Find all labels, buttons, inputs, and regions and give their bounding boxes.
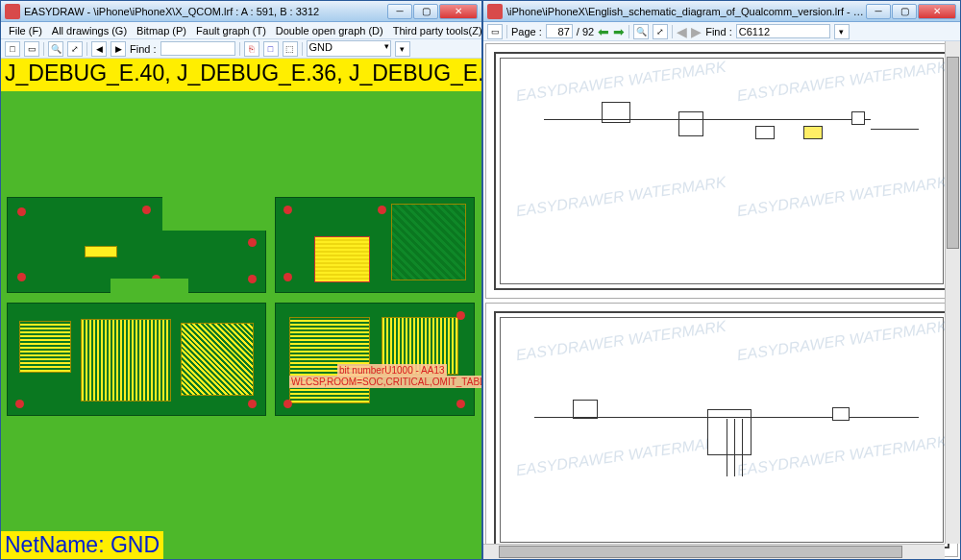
pcb-viewport[interactable]: bit numberU1000 - AA13 WLCSP,ROOM=SOC,CR… — [1, 91, 481, 559]
tool-nav-left-icon[interactable]: ◀ — [91, 41, 107, 57]
menu-file[interactable]: File (F) — [5, 24, 46, 37]
left-toolbar: □ ▭ 🔍 ⤢ ◀ ▶ Find : ⎘ □ ⬚ GND ▾ — [1, 39, 481, 59]
tool-open-icon[interactable]: ▭ — [487, 24, 503, 39]
find-input[interactable] — [160, 41, 235, 56]
window-controls: ─ ▢ ✕ — [386, 4, 478, 19]
separator — [628, 25, 629, 38]
net-combo[interactable]: GND — [307, 40, 391, 57]
page-prev-icon[interactable]: ⬅ — [598, 24, 609, 39]
tool-open-icon[interactable]: ▭ — [24, 41, 39, 57]
page-next-icon[interactable]: ➡ — [613, 24, 625, 39]
tool-b-icon[interactable]: ⎘ — [244, 41, 259, 57]
find-input[interactable] — [736, 24, 830, 38]
menu-alldrawings[interactable]: All drawings (G) — [48, 24, 131, 37]
page-input[interactable] — [546, 24, 573, 38]
tool-a-icon[interactable]: □ — [263, 41, 279, 57]
tool-marker-icon[interactable]: ⬚ — [283, 41, 298, 57]
close-button[interactable]: ✕ — [918, 4, 956, 19]
pcb-board — [275, 197, 475, 293]
separator — [239, 42, 240, 56]
history-back-icon[interactable]: ◀ — [677, 24, 687, 39]
left-window: EASYDRAW - \iPhone\iPhoneX\X_QCOM.lrf : … — [0, 0, 482, 560]
right-toolbar: ▭ Page : / 92 ⬅ ➡ 🔍 ⤢ ◀ ▶ Find : ▾ — [483, 22, 960, 41]
menu-thirdparty[interactable]: Third party tools(Z) — [389, 24, 486, 37]
pcb-board — [7, 197, 266, 293]
right-content: EASYDRAWER WATERMARK EASYDRAWER WATERMAR… — [483, 41, 960, 559]
find-label: Find : — [130, 43, 157, 55]
pcb-board — [275, 303, 475, 416]
separator — [672, 25, 673, 38]
close-button[interactable]: ✕ — [439, 4, 478, 19]
tool-zoom-icon[interactable]: 🔍 — [633, 24, 649, 39]
tool-resize-icon[interactable]: ⤢ — [67, 41, 83, 57]
menu-doubleopen[interactable]: Double open graph (D) — [272, 24, 387, 37]
scrollbar-vertical[interactable] — [945, 41, 960, 544]
schematic-frame — [494, 52, 949, 290]
debug-net-bar: J_DEBUG_E.40, J_DEBUG_E.36, J_DEBUG_E.28… — [1, 59, 481, 91]
tool-dropdown-icon[interactable]: ▾ — [834, 24, 850, 39]
menu-faultgraph[interactable]: Fault graph (T) — [192, 24, 270, 37]
schematic-page-top[interactable]: EASYDRAWER WATERMARK EASYDRAWER WATERMAR… — [485, 43, 958, 299]
tool-new-icon[interactable]: □ — [5, 41, 20, 57]
right-titlebar[interactable]: \iPhone\iPhoneX\English_schematic_diagra… — [483, 1, 960, 22]
separator — [302, 42, 303, 56]
right-window-title: \iPhone\iPhoneX\English_schematic_diagra… — [506, 6, 865, 17]
separator — [43, 42, 44, 56]
window-controls: ─ ▢ ✕ — [865, 4, 956, 19]
right-window: \iPhone\iPhoneX\English_schematic_diagra… — [482, 0, 961, 560]
page-label: Page : — [511, 26, 542, 37]
maximize-button[interactable]: ▢ — [892, 4, 917, 19]
tool-nav-right-icon[interactable]: ▶ — [111, 41, 126, 57]
annotation-line2: WLCSP,ROOM=SOC,CRITICAL,OMIT_TABLE,SYM 1… — [289, 376, 481, 388]
left-content: J_DEBUG_E.40, J_DEBUG_E.36, J_DEBUG_E.28… — [1, 59, 481, 559]
scrollbar-horizontal[interactable] — [483, 544, 945, 559]
left-titlebar[interactable]: EASYDRAW - \iPhone\iPhoneX\X_QCOM.lrf : … — [1, 1, 481, 22]
separator — [86, 42, 87, 56]
pcb-board — [7, 303, 266, 416]
minimize-button[interactable]: ─ — [866, 4, 891, 19]
minimize-button[interactable]: ─ — [387, 4, 412, 19]
tool-dropdown-icon[interactable]: ▾ — [395, 41, 410, 57]
netname-label: NetName: GND — [1, 531, 163, 559]
separator — [506, 25, 507, 38]
left-menubar: File (F) All drawings (G) Bitmap (P) Fau… — [1, 22, 481, 39]
tool-fit-icon[interactable]: ⤢ — [653, 24, 668, 39]
maximize-button[interactable]: ▢ — [413, 4, 438, 19]
menu-bitmap[interactable]: Bitmap (P) — [133, 24, 190, 37]
tool-zoom-icon[interactable]: 🔍 — [48, 41, 63, 57]
find-label: Find : — [705, 26, 732, 37]
app-icon — [487, 4, 503, 19]
app-icon — [5, 4, 20, 19]
left-window-title: EASYDRAW - \iPhone\iPhoneX\X_QCOM.lrf : … — [24, 6, 386, 17]
history-fwd-icon[interactable]: ▶ — [691, 24, 702, 39]
page-total: / 92 — [577, 26, 594, 37]
schematic-page-bottom[interactable]: EASYDRAWER WATERMARK EASYDRAWER WATERMAR… — [485, 303, 958, 558]
